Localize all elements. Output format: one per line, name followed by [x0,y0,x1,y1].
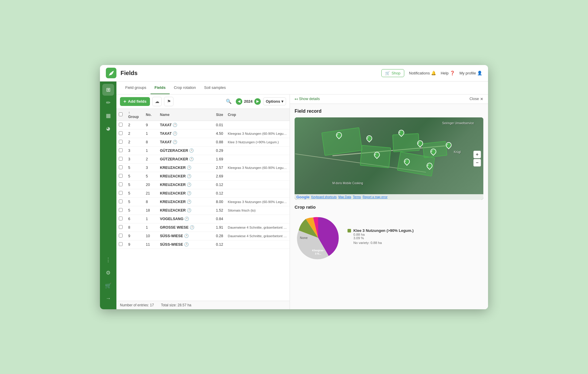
row-checkbox[interactable] [119,182,123,186]
year-next-button[interactable]: ▶ [254,98,261,105]
row-checkbox[interactable] [119,225,123,229]
row-checkbox-cell[interactable] [116,223,126,232]
tab-soil-samples[interactable]: Soil samples [200,82,230,94]
sidebar-item-more[interactable]: ⋮ [102,254,114,266]
table-row[interactable]: 3 2 GÜTZERACKER 🕐 1.69 [116,155,290,163]
size-col-header[interactable]: Size [205,109,225,121]
help-link[interactable]: Help ❓ [441,71,455,75]
crop-col-header[interactable]: Crop [225,109,290,121]
my-profile-link[interactable]: My profile 👤 [460,71,482,75]
sidebar-item-settings[interactable]: ⚙ [102,267,114,279]
table-row[interactable]: 5 3 KREUZACKER 🕐 2.57 Kleegras 3 Nutzung… [116,163,290,172]
row-checkbox-cell[interactable] [116,240,126,249]
row-checkbox[interactable] [119,242,123,246]
sidebar-item-charts[interactable]: ▦ [102,110,114,122]
row-checkbox[interactable] [119,234,123,237]
size-cell: 8.00 [205,197,225,206]
year-selector: ◀ 2024 ▶ [236,98,261,105]
notifications-link[interactable]: Notifications 🔔 [409,71,436,75]
row-checkbox[interactable] [119,140,123,144]
table-row[interactable]: 3 1 GÜTZERACKER 🕐 0.29 [116,146,290,155]
map-pin[interactable] [365,134,373,142]
table-panel: + Add fields ☁ ⚑ 🔍 ◀ 2024 ▶ [116,94,290,309]
options-button[interactable]: Options ▾ [263,97,286,105]
table-row[interactable]: 6 1 VOGELSANG 🕐 0.84 [116,215,290,223]
select-all-checkbox[interactable] [119,112,123,116]
report-link[interactable]: Report a map error [363,195,387,199]
select-all-header[interactable] [116,109,126,121]
row-checkbox[interactable] [119,131,123,135]
close-button[interactable]: Close ✕ [470,97,483,101]
row-checkbox[interactable] [119,217,123,220]
table-row[interactable]: 2 8 TAXAT 🕐 0.88 Klee 3 Nutzungen (>90% … [116,138,290,146]
row-checkbox-cell[interactable] [116,163,126,172]
no-col-header[interactable]: No. [143,109,158,121]
tab-fields[interactable]: Fields [151,82,170,94]
sidebar-item-grid[interactable]: ⊞ [102,84,114,96]
row-checkbox-cell[interactable] [116,138,126,146]
table-row[interactable]: 5 8 KREUZACKER 🕐 8.00 Kleegras 3 Nutzung… [116,197,290,206]
keyboard-shortcuts-link[interactable]: Keyboard shortcuts [311,195,337,199]
table-row[interactable]: 8 1 GROSSE WIESE 🕐 1.91 Dauerwiese 4 Sch… [116,223,290,232]
table-row[interactable]: 5 5 KREUZACKER 🕐 2.69 [116,172,290,180]
row-checkbox-cell[interactable] [116,197,126,206]
table-row[interactable]: 2 1 TAXAT 🕐 4.50 Kleegras 3 Nutzungen (6… [116,129,290,138]
table-row[interactable]: 9 11 SÜSS-WIESE 🕐 0.12 [116,240,290,249]
map-background: Seiringer Umweltservice Krügl M·doris Mo… [295,117,483,200]
group-col-header[interactable]: ↑ Group [126,109,143,121]
clock-icon: 🕐 [190,225,194,230]
row-checkbox-cell[interactable] [116,206,126,215]
show-details-button[interactable]: ↤ Show details [295,97,320,101]
table-row[interactable]: 5 20 KREUZACKER 🕐 0.12 [116,180,290,189]
field-map[interactable]: Seiringer Umweltservice Krügl M·doris Mo… [295,117,483,200]
crop-legend: Klee 3 Nutzungen (>90% Legum.) 0.88 ha 3… [348,228,483,247]
row-checkbox-cell[interactable] [116,155,126,163]
size-cell: 0.28 [205,232,225,240]
row-checkbox[interactable] [119,191,123,195]
year-prev-button[interactable]: ◀ [236,98,242,105]
row-checkbox-cell[interactable] [116,121,126,129]
row-checkbox[interactable] [119,157,123,161]
terms-link[interactable]: Terms [353,195,361,199]
table-row[interactable]: 2 9 TAXAT 🕐 0.01 [116,121,290,129]
group-cell: 2 [126,129,143,138]
clock-icon: 🕐 [187,191,191,195]
table-toolbar: + Add fields ☁ ⚑ 🔍 ◀ 2024 ▶ [116,94,290,109]
tab-crop-rotation[interactable]: Crop rotation [170,82,200,94]
map-zoom-out-button[interactable]: − [473,159,481,167]
clock-icon: 🕐 [187,174,191,178]
sidebar-item-edit[interactable]: ✏ [102,97,114,109]
shop-button[interactable]: 🛒 Shop [381,69,404,77]
table-row[interactable]: 5 21 KREUZACKER 🕐 0.12 [116,189,290,197]
row-checkbox-cell[interactable] [116,146,126,155]
sidebar-item-cart[interactable]: 🛒 [102,280,114,292]
row-checkbox[interactable] [119,200,123,203]
upload-button[interactable]: ☁ [152,97,162,106]
tab-field-groups[interactable]: Field groups [121,82,151,94]
row-checkbox-cell[interactable] [116,172,126,180]
row-checkbox[interactable] [119,174,123,178]
row-checkbox-cell[interactable] [116,189,126,197]
search-button[interactable]: 🔍 [224,97,233,106]
row-checkbox-cell[interactable] [116,129,126,138]
sidebar: ⊞ ✏ ▦ ◕ ⋮ ⚙ 🛒 → [100,82,116,309]
sidebar-item-stats[interactable]: ◕ [102,123,114,134]
clock-icon: 🕐 [189,148,194,153]
name-col-header[interactable]: Name [158,109,205,121]
group-cell: 5 [126,163,143,172]
row-checkbox[interactable] [119,208,123,212]
row-checkbox-cell[interactable] [116,232,126,240]
row-checkbox[interactable] [119,123,123,127]
map-zoom-in-button[interactable]: + [473,151,481,158]
map-data-link[interactable]: Map Data [338,195,351,199]
flag-button[interactable]: ⚑ [164,97,173,106]
row-checkbox[interactable] [119,165,123,169]
row-checkbox[interactable] [119,148,123,152]
table-row[interactable]: 5 18 KREUZACKER 🕐 1.52 Silomais frisch (… [116,206,290,215]
row-checkbox-cell[interactable] [116,180,126,189]
sidebar-item-navigate[interactable]: → [102,293,114,305]
table-row[interactable]: 9 10 SÜSS-WIESE 🕐 0.28 Dauerwiese 4 Schn… [116,232,290,240]
row-checkbox-cell[interactable] [116,215,126,223]
legend-dot-klee [348,229,351,232]
add-fields-button[interactable]: + Add fields [120,97,150,106]
